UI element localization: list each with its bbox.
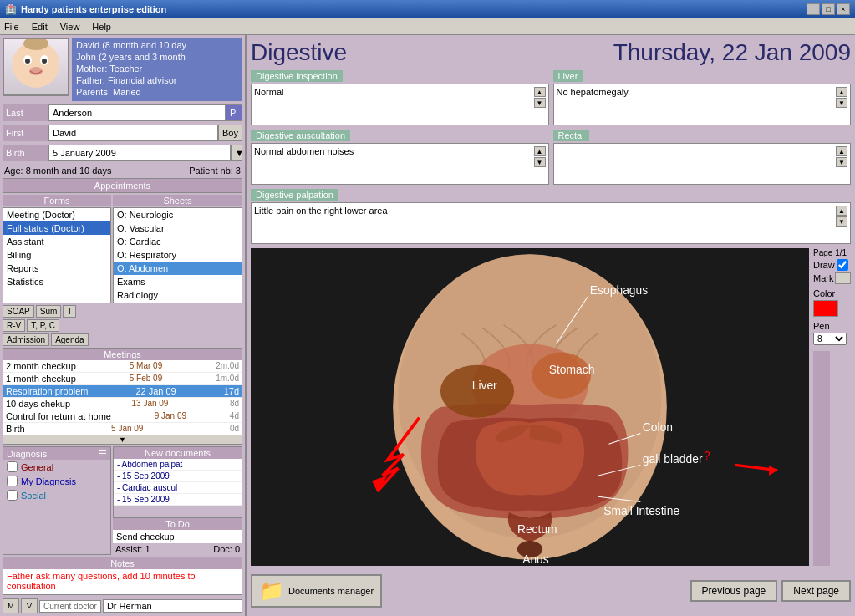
menu-edit[interactable]: Edit [32,22,48,32]
diagnosis-mydiag-check[interactable] [7,476,18,486]
close-button[interactable]: × [837,3,850,15]
meeting-row-4[interactable]: Control for return at home 9 Jan 09 4d [3,410,242,423]
draw-checkbox[interactable] [837,259,848,271]
current-doctor-label: Current doctor [39,600,101,613]
btn-row-3: Admission Agenda [3,333,242,346]
meeting-row-1[interactable]: 1 month checkup 5 Feb 09 1m.0d [3,373,242,385]
forms-item-3[interactable]: Billing [3,248,110,262]
palpation-scroll-up[interactable]: ▲ [836,206,847,216]
meeting-row-3[interactable]: 10 days chekup 13 Jan 09 8d [3,398,242,410]
digestive-inspection-field: Digestive inspection Normal ▲ ▼ [251,70,549,125]
todo-item-0[interactable]: Send checkup [113,530,242,543]
new-doc-1[interactable]: - 15 Sep 2009 [114,471,242,482]
digestive-auscultation-value[interactable]: Normal abdomen noises ▲ ▼ [251,143,549,185]
diag-newdocs-section: Diagnosis ☰ General My Diagnosis Social [3,446,242,555]
tpc-btn[interactable]: T, P, C [27,319,59,332]
sheet-item-7[interactable]: Summary [114,302,242,303]
forms-section: Forms Meeting (Doctor) Full status (Doct… [3,195,111,303]
forms-list[interactable]: Meeting (Doctor) Full status (Doctor) As… [3,207,111,303]
rectal-scroll[interactable]: ▲ ▼ [836,146,847,181]
soap-btn[interactable]: SOAP [3,305,34,318]
rectal-value[interactable]: ▲ ▼ [553,143,852,185]
digestive-inspection-value[interactable]: Normal ▲ ▼ [251,84,549,125]
new-doc-3[interactable]: - 15 Sep 2009 [114,494,242,506]
title-bar-controls[interactable]: _ □ × [807,3,850,15]
auscultation-scroll-up[interactable]: ▲ [534,146,546,156]
digestive-palpation-field: Digestive palpation Little pain on the r… [251,189,851,244]
color-swatch-red[interactable] [813,300,838,317]
menu-help[interactable]: Help [92,22,111,32]
t-btn[interactable]: T [63,305,76,318]
first-value[interactable]: David [48,125,218,141]
diagnosis-section-col: Diagnosis ☰ General My Diagnosis Social [3,446,111,555]
agenda-btn[interactable]: Agenda [51,333,88,346]
birth-value[interactable]: 5 January 2009 [48,145,231,161]
sheet-item-5[interactable]: Exams [114,275,242,288]
new-docs-list: - Abdomen palpat - 15 Sep 2009 - Cardiac… [114,459,242,506]
forms-item-4[interactable]: Reports [3,262,110,275]
forms-item-2[interactable]: Assistant [3,235,110,248]
meetings-scroll-down[interactable]: ▼ [3,435,242,444]
menu-file[interactable]: File [4,22,19,32]
pen-select[interactable]: 8 [813,333,847,345]
svg-text:Small Intestine: Small Intestine [603,504,679,517]
diagnosis-general[interactable]: General [3,460,110,474]
diagnosis-general-label: General [21,462,53,472]
meeting-row-2[interactable]: Respiration problem 22 Jan 09 17d [3,385,242,398]
documents-manager-button[interactable]: 📁 Documents manager [251,574,382,608]
appointments-button[interactable]: Appointments [3,178,242,193]
previous-page-button[interactable]: Previous page [690,580,778,602]
sheet-item-1[interactable]: O: Vascular [114,221,242,235]
diagnosis-general-check[interactable] [7,461,18,472]
sheet-item-6[interactable]: Radiology [114,288,242,302]
meeting-row-0[interactable]: 2 month checkup 5 Mar 09 2m.0d [3,360,242,373]
auscultation-scroll-down[interactable]: ▼ [534,157,546,167]
diagnosis-mydiag[interactable]: My Diagnosis [3,474,110,488]
m-button[interactable]: M [3,598,19,613]
sheet-item-0[interactable]: O: Neurologic [114,208,242,221]
sheet-item-3[interactable]: O: Respiratory [114,248,242,262]
forms-item-1[interactable]: Full status (Doctor) [3,221,110,235]
forms-item-0[interactable]: Meeting (Doctor) [3,208,110,221]
birth-dropdown[interactable]: ▼ [231,145,242,161]
palpation-scroll-down[interactable]: ▼ [836,216,847,227]
last-value[interactable]: Anderson [48,104,226,121]
palpation-scroll[interactable]: ▲ ▼ [836,206,847,241]
side-scroll[interactable] [813,351,830,566]
maximize-button[interactable]: □ [822,3,835,15]
menu-view[interactable]: View [60,22,80,32]
next-page-button[interactable]: Next page [781,580,851,602]
sum-btn[interactable]: Sum [36,305,62,318]
liver-scroll-up[interactable]: ▲ [836,87,847,97]
diagnosis-menu[interactable]: ☰ [99,448,107,459]
last-btn[interactable]: P [226,104,242,121]
first-label: First [3,125,48,141]
digestive-palpation-value[interactable]: Little pain on the right lower area ▲ ▼ [251,202,851,244]
sheet-item-2[interactable]: O: Cardiac [114,235,242,248]
rectal-scroll-up[interactable]: ▲ [836,146,847,156]
drawing-tools-panel: Page 1/1 Draw Mark Color Pen 8 [813,248,851,566]
new-doc-2[interactable]: - Cardiac auscul [114,482,242,494]
scroll-up-btn[interactable]: ▲ [534,87,546,97]
admission-btn[interactable]: Admission [3,333,49,346]
rv-btn[interactable]: R-V [3,319,25,332]
drawing-canvas[interactable]: Liver Stomach Esophagus Colon [251,248,809,566]
inspection-scroll[interactable]: ▲ ▼ [534,87,546,122]
meeting-row-5[interactable]: Birth 5 Jan 09 0d [3,423,242,435]
auscultation-scroll[interactable]: ▲ ▼ [534,146,546,181]
liver-scroll-down[interactable]: ▼ [836,98,847,108]
scroll-down-btn[interactable]: ▼ [534,98,546,108]
diagnosis-social[interactable]: Social [3,488,110,502]
minimize-button[interactable]: _ [807,3,820,15]
forms-item-5[interactable]: Statistics [3,275,110,288]
sheet-item-4[interactable]: O: Abdomen [114,262,242,275]
diagnosis-label: Diagnosis [7,449,47,459]
v-button[interactable]: V [21,598,38,613]
sheets-list[interactable]: O: Neurologic O: Vascular O: Cardiac O: … [113,207,242,303]
notes-content: Father ask many questions, add 10 minute… [3,569,242,594]
liver-scroll[interactable]: ▲ ▼ [836,87,847,122]
rectal-scroll-down[interactable]: ▼ [836,157,847,167]
new-doc-0[interactable]: - Abdomen palpat [114,459,242,471]
diagnosis-social-check[interactable] [7,490,18,501]
liver-value[interactable]: No hepatomegaly. ▲ ▼ [553,84,852,125]
